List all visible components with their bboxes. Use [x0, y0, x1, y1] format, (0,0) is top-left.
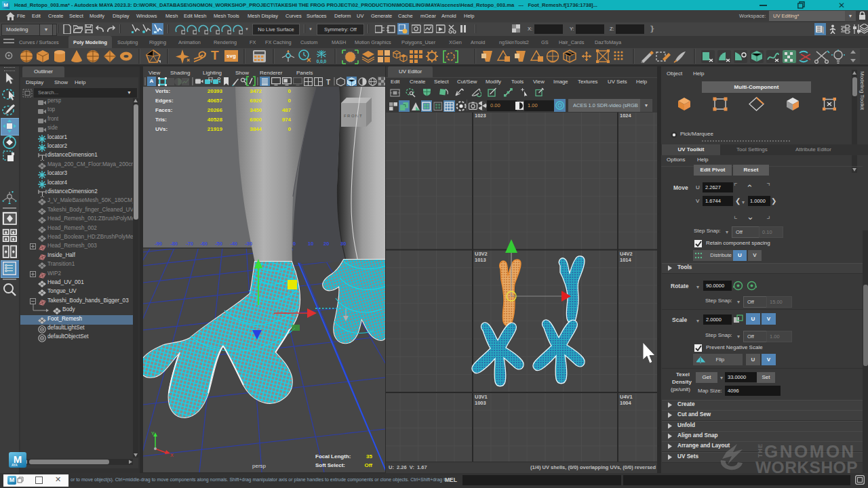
- svg-text:-70: -70: [186, 241, 193, 247]
- svg-text:-80: -80: [170, 241, 178, 247]
- svg-text:0: 0: [288, 88, 292, 94]
- svg-text:Off: Off: [364, 462, 372, 468]
- svg-text:20: 20: [323, 241, 329, 247]
- svg-text:THE: THE: [757, 443, 764, 458]
- svg-text:40528: 40528: [208, 117, 223, 123]
- svg-text:Edges:: Edges:: [155, 98, 174, 104]
- svg-text:U3V1: U3V1: [475, 394, 488, 400]
- svg-text:T: T: [326, 79, 330, 86]
- svg-text:Focal Length:: Focal Length:: [315, 453, 351, 460]
- svg-text:-90: -90: [155, 241, 162, 247]
- svg-text:Verts:: Verts:: [155, 88, 170, 94]
- svg-text:40657: 40657: [208, 98, 223, 104]
- svg-text:1023: 1023: [475, 113, 486, 119]
- svg-text:0: 0: [288, 98, 292, 104]
- svg-text:3450: 3450: [250, 107, 262, 113]
- svg-text:Y: Y: [151, 431, 155, 436]
- svg-text:6900: 6900: [250, 117, 262, 123]
- svg-text:974: 974: [282, 117, 292, 123]
- svg-text:20393: 20393: [208, 88, 223, 94]
- svg-text:0,0,0: 0,0,0: [317, 59, 327, 64]
- svg-text:-40: -40: [230, 241, 237, 247]
- svg-text:10: 10: [308, 241, 313, 247]
- svg-text:3472: 3472: [250, 88, 262, 94]
- svg-text:0: 0: [293, 241, 296, 247]
- svg-text:21919: 21919: [208, 126, 223, 132]
- svg-text:1004: 1004: [620, 400, 632, 406]
- svg-text:Soft Select:: Soft Select:: [315, 462, 345, 468]
- svg-text:1003: 1003: [475, 400, 486, 406]
- svg-text:U4V1: U4V1: [620, 394, 633, 400]
- svg-text:487: 487: [282, 107, 292, 113]
- svg-text:1014: 1014: [620, 257, 632, 263]
- svg-text:1024: 1024: [620, 113, 632, 119]
- svg-text:0: 0: [288, 126, 292, 132]
- svg-text:35: 35: [366, 453, 372, 460]
- svg-text:X: X: [170, 453, 174, 458]
- svg-text:Faces:: Faces:: [155, 107, 172, 113]
- svg-text:30: 30: [340, 241, 346, 247]
- svg-text:persp: persp: [252, 463, 267, 469]
- svg-text:3844: 3844: [250, 126, 262, 132]
- svg-text:1013: 1013: [475, 257, 486, 263]
- svg-text:6920: 6920: [250, 98, 262, 104]
- svg-text:WORKSHOP: WORKSHOP: [755, 458, 858, 474]
- svg-text:U4V2: U4V2: [620, 251, 633, 257]
- svg-text:UVs:: UVs:: [155, 126, 167, 132]
- svg-text:20266: 20266: [208, 107, 223, 113]
- svg-text:U3V2: U3V2: [475, 251, 488, 257]
- svg-text:FRONT: FRONT: [344, 114, 363, 118]
- svg-text:-30: -30: [245, 241, 252, 247]
- svg-text:-60: -60: [200, 241, 208, 247]
- svg-text:Tris:: Tris:: [155, 117, 167, 123]
- svg-text:-50: -50: [215, 241, 222, 247]
